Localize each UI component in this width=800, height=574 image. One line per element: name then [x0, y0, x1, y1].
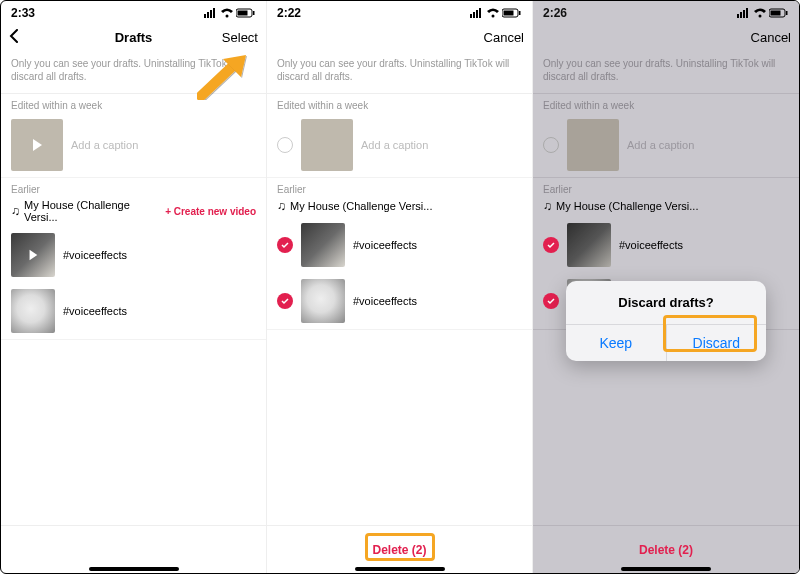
svg-point-20: [759, 15, 762, 18]
discard-dialog: Discard drafts? Keep Discard: [566, 281, 766, 361]
section-header: Earlier: [533, 178, 799, 197]
svg-rect-0: [204, 14, 206, 18]
status-icons: [204, 8, 256, 18]
svg-rect-10: [476, 10, 478, 18]
dialog-title: Discard drafts?: [566, 281, 766, 324]
svg-rect-18: [743, 10, 745, 18]
screen-3: 2:26 Cancel Only you can see your drafts…: [533, 1, 799, 573]
drafts-list: Edited within a week Add a caption Earli…: [267, 94, 532, 525]
screen-2: 2:22 Cancel Only you can see your drafts…: [267, 1, 533, 573]
draft-item[interactable]: #voiceeffects: [267, 273, 532, 330]
song-row: ♫ My House (Challenge Versi...: [533, 197, 799, 217]
clock: 2:22: [277, 6, 301, 20]
nav-bar: Cancel: [267, 23, 532, 51]
home-indicator: [621, 567, 711, 571]
create-new-video[interactable]: + Create new video: [165, 206, 256, 217]
status-bar: 2:22: [267, 1, 532, 23]
clock: 2:33: [11, 6, 35, 20]
draft-item[interactable]: Add a caption: [267, 113, 532, 178]
song-name: My House (Challenge Versi...: [24, 199, 161, 223]
svg-rect-11: [479, 8, 481, 18]
page-title: Drafts: [115, 30, 153, 45]
discard-button[interactable]: Discard: [666, 325, 767, 361]
draft-item[interactable]: #voiceeffects: [1, 227, 266, 283]
svg-rect-15: [519, 11, 521, 15]
draft-thumbnail: [11, 289, 55, 333]
draft-caption: #voiceeffects: [63, 305, 127, 317]
svg-rect-8: [470, 14, 472, 18]
select-checked: [543, 237, 559, 253]
status-bar: 2:33: [1, 1, 266, 23]
song-row: ♫ My House (Challenge Versi... + Create …: [1, 197, 266, 227]
draft-thumbnail: [11, 233, 55, 277]
svg-rect-9: [473, 12, 475, 18]
svg-rect-22: [771, 11, 781, 16]
footer: [1, 525, 266, 573]
draft-caption: #voiceeffects: [353, 239, 417, 251]
hint-text: Only you can see your drafts. Uninstalli…: [267, 51, 532, 94]
draft-item[interactable]: #voiceeffects: [1, 283, 266, 340]
svg-rect-17: [740, 12, 742, 18]
draft-thumbnail: [301, 119, 353, 171]
svg-rect-2: [210, 10, 212, 18]
svg-rect-16: [737, 14, 739, 18]
draft-item: Add a caption: [533, 113, 799, 178]
select-circle: [543, 137, 559, 153]
draft-thumbnail: [301, 223, 345, 267]
draft-item: #voiceeffects: [533, 217, 799, 273]
svg-rect-7: [253, 11, 255, 15]
delete-button[interactable]: Delete (2): [372, 543, 426, 557]
select-checked[interactable]: [277, 293, 293, 309]
clock: 2:26: [543, 6, 567, 20]
play-icon: [27, 249, 39, 261]
select-checked[interactable]: [277, 237, 293, 253]
svg-rect-23: [786, 11, 788, 15]
keep-button[interactable]: Keep: [566, 325, 666, 361]
play-icon: [30, 138, 44, 152]
draft-caption: #voiceeffects: [63, 249, 127, 261]
back-button[interactable]: [9, 29, 59, 46]
status-icons: [737, 8, 789, 18]
draft-thumbnail: [11, 119, 63, 171]
section-header: Earlier: [267, 178, 532, 197]
svg-rect-6: [238, 11, 248, 16]
caption-placeholder: Add a caption: [71, 139, 138, 151]
song-row: ♫ My House (Challenge Versi...: [267, 197, 532, 217]
status-bar: 2:26: [533, 1, 799, 23]
draft-item[interactable]: Add a caption: [1, 113, 266, 178]
footer: Delete (2): [267, 525, 532, 573]
caption-placeholder: Add a caption: [361, 139, 428, 151]
hint-text: Only you can see your drafts. Uninstalli…: [1, 51, 266, 94]
draft-item[interactable]: #voiceeffects: [267, 217, 532, 273]
svg-rect-14: [504, 11, 514, 16]
dialog-buttons: Keep Discard: [566, 324, 766, 361]
svg-point-4: [226, 15, 229, 18]
music-note-icon: ♫: [543, 199, 552, 213]
music-note-icon: ♫: [11, 204, 20, 218]
drafts-list: Edited within a week Add a caption Earli…: [1, 94, 266, 525]
draft-caption: #voiceeffects: [619, 239, 683, 251]
svg-rect-19: [746, 8, 748, 18]
select-circle[interactable]: [277, 137, 293, 153]
music-note-icon: ♫: [277, 199, 286, 213]
section-header: Edited within a week: [1, 94, 266, 113]
footer: Delete (2): [533, 525, 799, 573]
song-name: My House (Challenge Versi...: [556, 200, 698, 212]
select-button[interactable]: Select: [208, 30, 258, 45]
home-indicator: [89, 567, 179, 571]
draft-thumbnail: [567, 223, 611, 267]
svg-point-12: [492, 15, 495, 18]
caption-placeholder: Add a caption: [627, 139, 694, 151]
cancel-button[interactable]: Cancel: [741, 30, 791, 45]
section-header: Earlier: [1, 178, 266, 197]
status-icons: [470, 8, 522, 18]
cancel-button[interactable]: Cancel: [474, 30, 524, 45]
draft-caption: #voiceeffects: [353, 295, 417, 307]
nav-bar: Drafts Select: [1, 23, 266, 51]
section-header: Edited within a week: [267, 94, 532, 113]
section-header: Edited within a week: [533, 94, 799, 113]
svg-rect-3: [213, 8, 215, 18]
hint-text: Only you can see your drafts. Uninstalli…: [533, 51, 799, 94]
home-indicator: [355, 567, 445, 571]
chevron-left-icon: [9, 29, 19, 43]
